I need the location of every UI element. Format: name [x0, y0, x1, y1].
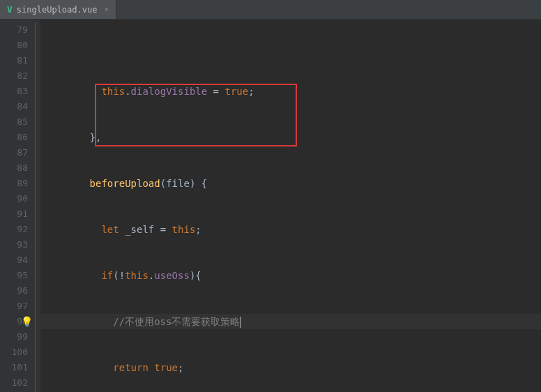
- line-number: 92: [0, 222, 28, 237]
- line-number: 91: [0, 206, 28, 222]
- line-number: 89: [0, 176, 28, 191]
- line-number: 102: [0, 375, 28, 391]
- line-number: 82: [0, 68, 28, 84]
- tab-filename: singleUpload.vue: [17, 5, 98, 15]
- text-cursor: [240, 317, 241, 328]
- line-number: 93: [0, 237, 28, 252]
- tab-bar: V singleUpload.vue ×: [0, 0, 541, 20]
- line-number: 79: [0, 22, 28, 38]
- line-number: 87: [0, 145, 28, 160]
- code-line: if(!this.useOss){: [40, 268, 541, 283]
- line-number: 85: [0, 114, 28, 130]
- code-line: let _self = this;: [40, 222, 541, 237]
- line-number: 96: [0, 283, 28, 299]
- code-line: return true;: [40, 360, 541, 375]
- vue-icon: V: [7, 4, 13, 15]
- line-number: 97: [0, 299, 28, 314]
- editor: 79 80 81 82 83 84 85 86 87 88 89 90 91 9…: [0, 20, 541, 392]
- code-line-active: 💡 //不使用oss不需要获取策略: [40, 314, 541, 329]
- line-number: 90: [0, 191, 28, 206]
- line-number: 101: [0, 360, 28, 375]
- line-number: 80: [0, 38, 28, 53]
- line-number: 88: [0, 160, 28, 176]
- line-number: 95: [0, 268, 28, 283]
- code-area[interactable]: this.dialogVisible = true; }, beforeUplo…: [40, 20, 541, 392]
- line-number: 100: [0, 345, 28, 360]
- close-icon[interactable]: ×: [104, 5, 109, 14]
- lightbulb-icon[interactable]: 💡: [21, 314, 33, 329]
- file-tab[interactable]: V singleUpload.vue ×: [0, 0, 116, 19]
- line-gutter: 79 80 81 82 83 84 85 86 87 88 89 90 91 9…: [0, 20, 40, 392]
- line-number: 86: [0, 130, 28, 145]
- code-line: this.dialogVisible = true;: [40, 84, 541, 99]
- line-number: 81: [0, 53, 28, 68]
- code-line: },: [40, 130, 541, 145]
- line-number: 94: [0, 252, 28, 268]
- line-number: 99: [0, 329, 28, 345]
- line-number: 83: [0, 84, 28, 99]
- code-line: beforeUpload(file) {: [40, 176, 541, 191]
- line-number: 84: [0, 99, 28, 114]
